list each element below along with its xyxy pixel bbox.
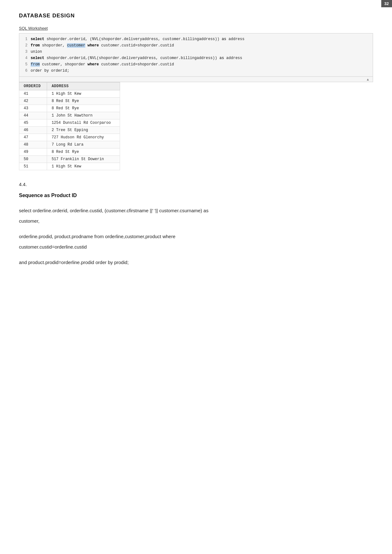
table-row: 451254 Dunstall Rd Coorparoo (19, 119, 120, 127)
table-row: 428 Red St Rye (19, 98, 120, 105)
line-number-2: 2 (22, 43, 27, 48)
cell-address: 1 John St Hawthorn (47, 112, 120, 119)
cell-address: 1 High St Kew (47, 163, 120, 170)
keyword-as-4: as (220, 56, 224, 60)
keyword-as-1: as (222, 37, 226, 41)
cell-orderid: 43 (19, 105, 47, 112)
col-header-address: ADDRESS (47, 82, 120, 90)
cell-orderid: 51 (19, 163, 47, 170)
highlighted-customer: customer (67, 43, 85, 48)
table-row: 462 Tree St Epping (19, 127, 120, 134)
line-number-5: 5 (22, 62, 27, 67)
cell-address: 7 Long Rd Lara (47, 141, 120, 148)
body-paragraph-1: select orderline.orderid, orderline.cust… (19, 205, 373, 226)
keyword-select-4: select (31, 56, 44, 60)
line-number-4: 4 (22, 55, 27, 61)
keyword-where-5: where (87, 62, 99, 67)
body-paragraph-3: and product.prodid=orderline.prodid orde… (19, 257, 373, 268)
line-number-6: 6 (22, 68, 27, 74)
cell-orderid: 47 (19, 134, 47, 141)
cell-orderid: 49 (19, 148, 47, 156)
table-row: 411 High St Kew (19, 90, 120, 98)
results-table: ORDERID ADDRESS 411 High St Kew428 Red S… (19, 82, 120, 170)
code-line-5: 5 from customer, shoporder where custome… (19, 61, 373, 68)
cell-address: 2 Tree St Epping (47, 127, 120, 134)
code-line-3: 3 union (19, 49, 373, 55)
table-row: 438 Red St Rye (19, 105, 120, 112)
page-number: 32 (381, 0, 392, 7)
cell-address: 8 Red St Rye (47, 98, 120, 105)
cell-address: 8 Red St Rye (47, 148, 120, 156)
code-line-4: 4 select shoporder.orderid,(NVL(shoporde… (19, 55, 373, 61)
table-row: 441 John St Hawthorn (19, 112, 120, 119)
table-row: 50517 Franklin St Dowerin (19, 156, 120, 163)
cell-address: 8 Red St Rye (47, 105, 120, 112)
cell-orderid: 42 (19, 98, 47, 105)
cell-address: 1254 Dunstall Rd Coorparoo (47, 119, 120, 127)
cell-address: 1 High St Kew (47, 90, 120, 98)
line-number-3: 3 (22, 49, 27, 55)
section-number: 4.4. (19, 182, 373, 187)
code-block-footer: ▲ (19, 77, 373, 82)
section-heading: Sequence as Product ID (19, 193, 373, 198)
table-row: 511 High St Kew (19, 163, 120, 170)
highlighted-from: from (31, 62, 40, 67)
code-line-1: 1 select shoporder.orderid, (NVL(shopord… (19, 36, 373, 42)
keyword-from-2: from (31, 43, 40, 48)
page-title: DATABASE DESIGN (19, 13, 373, 19)
table-row: 47727 Hudson Rd Glenorchy (19, 134, 120, 141)
body-paragraph-2: orderline.prodid, product.prodname from … (19, 231, 373, 252)
table-row: 487 Long Rd Lara (19, 141, 120, 148)
code-block: 1 select shoporder.orderid, (NVL(shopord… (19, 33, 373, 77)
keyword-where-2: where (87, 43, 99, 48)
cell-orderid: 50 (19, 156, 47, 163)
code-line-6: 6 order by orderid; (19, 68, 373, 74)
sql-worksheet-label: SQL Worksheet (19, 26, 373, 31)
table-row: 498 Red St Rye (19, 148, 120, 156)
line-number-1: 1 (22, 36, 27, 42)
cell-address: 517 Franklin St Dowerin (47, 156, 120, 163)
scroll-indicator: ▲ (366, 77, 370, 81)
cell-orderid: 44 (19, 112, 47, 119)
code-line-2: 2 from shoporder, customer where custome… (19, 42, 373, 49)
col-header-orderid: ORDERID (19, 82, 47, 90)
cell-address: 727 Hudson Rd Glenorchy (47, 134, 120, 141)
cell-orderid: 48 (19, 141, 47, 148)
cell-orderid: 41 (19, 90, 47, 98)
cell-orderid: 45 (19, 119, 47, 127)
keyword-select-1: select (31, 37, 44, 41)
cell-orderid: 46 (19, 127, 47, 134)
